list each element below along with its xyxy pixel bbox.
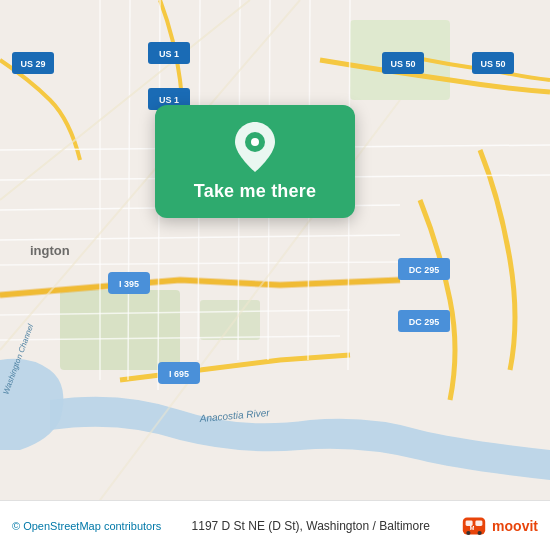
bottom-bar: © OpenStreetMap contributors 1197 D St N… <box>0 500 550 550</box>
action-card[interactable]: Take me there <box>155 105 355 218</box>
svg-text:ington: ington <box>30 243 70 258</box>
svg-text:I 695: I 695 <box>169 369 189 379</box>
svg-text:US 1: US 1 <box>159 95 179 105</box>
svg-text:US 50: US 50 <box>390 59 415 69</box>
svg-rect-1 <box>60 290 180 370</box>
svg-text:US 1: US 1 <box>159 49 179 59</box>
take-me-there-button[interactable]: Take me there <box>194 181 316 202</box>
osm-credit: © OpenStreetMap contributors <box>12 520 161 532</box>
svg-text:US 50: US 50 <box>480 59 505 69</box>
svg-text:M: M <box>470 524 475 530</box>
svg-point-44 <box>251 138 259 146</box>
svg-point-48 <box>466 530 470 534</box>
svg-text:US 29: US 29 <box>20 59 45 69</box>
address-line: 1197 D St NE (D St), Washington / Baltim… <box>161 519 460 533</box>
pin-icon-container <box>231 123 279 171</box>
svg-rect-47 <box>476 520 483 526</box>
svg-rect-2 <box>200 300 260 340</box>
svg-text:DC 295: DC 295 <box>409 317 440 327</box>
svg-text:DC 295: DC 295 <box>409 265 440 275</box>
osm-copyright: © <box>12 520 20 532</box>
svg-text:I 395: I 395 <box>119 279 139 289</box>
moovit-label: moovit <box>492 518 538 534</box>
map-background: US 29 US 1 US 1 US 50 US 50 I 395 I 695 … <box>0 0 550 500</box>
osm-link[interactable]: OpenStreetMap contributors <box>23 520 161 532</box>
map-container: US 29 US 1 US 1 US 50 US 50 I 395 I 695 … <box>0 0 550 500</box>
svg-point-49 <box>478 530 482 534</box>
location-pin-icon <box>235 122 275 172</box>
moovit-icon: M <box>460 512 488 540</box>
moovit-logo: M moovit <box>460 512 538 540</box>
